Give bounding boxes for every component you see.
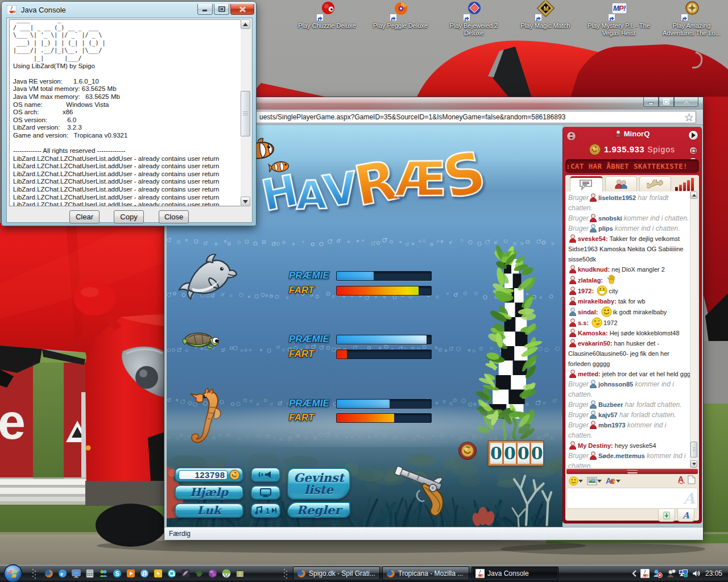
chat-message-author: Buzbeer bbox=[598, 401, 623, 408]
music-button[interactable]: 1 bbox=[251, 503, 280, 518]
display-mode-button[interactable] bbox=[251, 485, 280, 500]
quicklaunch-firefox-icon[interactable] bbox=[44, 569, 53, 580]
chat-user-message: zlatalag: bbox=[568, 275, 692, 285]
system-tray: 23:05 bbox=[631, 565, 728, 582]
quicklaunch-grip[interactable] bbox=[32, 568, 36, 579]
chat-scroll-down[interactable] bbox=[690, 460, 697, 468]
chat-scroll-thumb[interactable] bbox=[690, 442, 697, 458]
console-scroll-up[interactable] bbox=[241, 19, 250, 29]
race-row-turtle: PRÆMIEFART bbox=[167, 332, 562, 363]
prize-list-button[interactable]: Gevinstliste bbox=[287, 468, 350, 500]
desktop-icon-chuzzle[interactable]: Play Chuzzle Deluxe bbox=[295, 1, 359, 30]
tasks-grip[interactable] bbox=[283, 568, 288, 579]
quicklaunch-skype-icon[interactable]: S bbox=[113, 569, 122, 580]
score-coin-icon bbox=[229, 469, 240, 480]
help-button[interactable]: Hjælp bbox=[175, 485, 243, 500]
tab-download[interactable] bbox=[658, 509, 675, 522]
red-person-icon bbox=[569, 339, 577, 347]
sound-button[interactable] bbox=[251, 467, 280, 482]
console-scroll-thumb[interactable] bbox=[241, 91, 250, 136]
quicklaunch-ie-icon[interactable]: e bbox=[58, 569, 67, 580]
quicklaunch-paw-icon[interactable] bbox=[195, 569, 204, 580]
font-button[interactable]: A bbox=[677, 475, 686, 487]
font-color-button[interactable]: A bbox=[606, 476, 623, 485]
bookmark-star-icon[interactable] bbox=[685, 113, 693, 122]
chat-splitter[interactable] bbox=[566, 469, 698, 474]
chat-scroll-up[interactable] bbox=[690, 192, 697, 199]
tab-settings[interactable] bbox=[639, 176, 671, 191]
shortcut-arrow-icon bbox=[316, 14, 324, 21]
taskbar-clock[interactable]: 23:05 bbox=[705, 569, 722, 577]
desktop-icon-mystery[interactable]: MP!Play Mystery P.I. - The Vegas Heist bbox=[587, 1, 651, 37]
blue-person-icon bbox=[569, 307, 577, 316]
tab-users[interactable] bbox=[605, 176, 637, 191]
quicklaunch-calculator-icon[interactable] bbox=[85, 569, 94, 580]
chuzzle-icon bbox=[317, 1, 337, 20]
quicklaunch-mediaplayer-icon[interactable] bbox=[126, 569, 135, 580]
console-maximize-button[interactable] bbox=[214, 4, 229, 15]
console-text-area[interactable]: ____ _ / ___| _ __ (_) __ _ ___ \___ \| … bbox=[9, 19, 250, 206]
image-picker-button[interactable] bbox=[587, 477, 604, 485]
desktop-icon-amazing[interactable]: Play Amazing Adventures The Lo... bbox=[660, 1, 723, 37]
chat-panel: MinorQ 1.935.933Spigos :CAT HAR ÅBNET SK… bbox=[562, 125, 702, 527]
tab-text[interactable]: A bbox=[677, 509, 694, 522]
quicklaunch-orb-icon[interactable] bbox=[208, 569, 217, 580]
console-scroll-down[interactable] bbox=[241, 197, 250, 206]
chat-presence-message: Brugerplips kommer ind i chatten. bbox=[568, 223, 692, 234]
console-scrollbar[interactable] bbox=[241, 19, 250, 206]
chat-scrollbar[interactable] bbox=[690, 192, 697, 468]
task-icon bbox=[297, 569, 306, 578]
presence-prefix: Bruger bbox=[568, 380, 589, 388]
emoji-kiss-icon bbox=[592, 317, 602, 328]
prize-bar-dolphin bbox=[336, 271, 432, 281]
chat-window-button[interactable] bbox=[689, 147, 697, 155]
tray-messenger-offline-icon[interactable] bbox=[652, 569, 663, 578]
red-person-icon bbox=[569, 329, 577, 337]
emoticon-picker-button[interactable] bbox=[569, 476, 585, 486]
chat-message-text: city bbox=[609, 288, 618, 294]
start-button[interactable] bbox=[3, 563, 23, 582]
peggle-icon bbox=[391, 1, 410, 20]
chat-balance-row: 1.935.933Spigos bbox=[562, 144, 702, 155]
browser-statusbar: Færdig bbox=[164, 527, 703, 540]
desktop-icon-magicmatch[interactable]: MPlay Magic Match bbox=[514, 1, 577, 30]
quicklaunch-messenger-icon[interactable] bbox=[99, 569, 108, 580]
browser-maximize-button[interactable] bbox=[659, 97, 674, 107]
console-close-button[interactable] bbox=[230, 4, 254, 15]
chat-play-button[interactable] bbox=[688, 130, 698, 140]
chat-input[interactable]: A bbox=[566, 488, 698, 509]
tab-chat[interactable] bbox=[570, 176, 603, 192]
presence-prefix: Bruger bbox=[568, 421, 589, 429]
quicklaunch-energy-icon[interactable] bbox=[154, 569, 163, 580]
taskbar-task-1[interactable]: Spigo.dk - Spil Grati... bbox=[293, 567, 380, 580]
taskbar-task-2[interactable]: Tropicana - Mozilla ... bbox=[382, 567, 469, 580]
browser-close-button[interactable] bbox=[674, 97, 698, 107]
tray-java-icon[interactable] bbox=[640, 569, 650, 578]
task-label: Java Console bbox=[487, 569, 529, 577]
browser-minimize-button[interactable] bbox=[643, 97, 659, 107]
quicklaunch-quicktime-icon[interactable] bbox=[167, 569, 176, 580]
notes-button[interactable] bbox=[688, 475, 696, 487]
quicklaunch-photoshop-icon[interactable] bbox=[181, 569, 190, 580]
rules-button[interactable]: Regler bbox=[287, 502, 350, 518]
quicklaunch-itunes-icon[interactable] bbox=[140, 569, 149, 580]
tray-network-icon[interactable] bbox=[679, 569, 689, 578]
desktop-icon-label: Play Amazing Adventures The Lo... bbox=[660, 22, 723, 37]
red-person-icon bbox=[589, 451, 597, 460]
taskbar-task-3[interactable]: Java Console bbox=[471, 567, 559, 580]
desktop-icon-bejeweled[interactable]: Play Bejeweled 2 Deluxe bbox=[442, 1, 506, 37]
desktop-icon-peggle[interactable]: Play Peggle Deluxe bbox=[369, 1, 432, 30]
console-clear-button[interactable]: Clear bbox=[69, 210, 100, 223]
close-game-button[interactable]: Luk bbox=[175, 503, 243, 518]
console-close-button[interactable]: Close bbox=[159, 210, 189, 223]
tray-chevron-icon[interactable] bbox=[631, 570, 637, 577]
desktop-icon-label: Play Chuzzle Deluxe bbox=[295, 22, 359, 30]
tray-volume-icon[interactable] bbox=[692, 569, 701, 578]
quicklaunch-display-icon[interactable] bbox=[72, 569, 81, 580]
quicklaunch-package-icon[interactable] bbox=[235, 569, 245, 580]
quicklaunch-chatball-icon[interactable] bbox=[222, 569, 231, 580]
console-copy-button[interactable]: Copy bbox=[114, 210, 144, 223]
bar-label-prize: PRÆMIE bbox=[289, 334, 334, 345]
tray-contact-icon[interactable] bbox=[665, 569, 676, 578]
console-minimize-button[interactable] bbox=[197, 4, 213, 15]
